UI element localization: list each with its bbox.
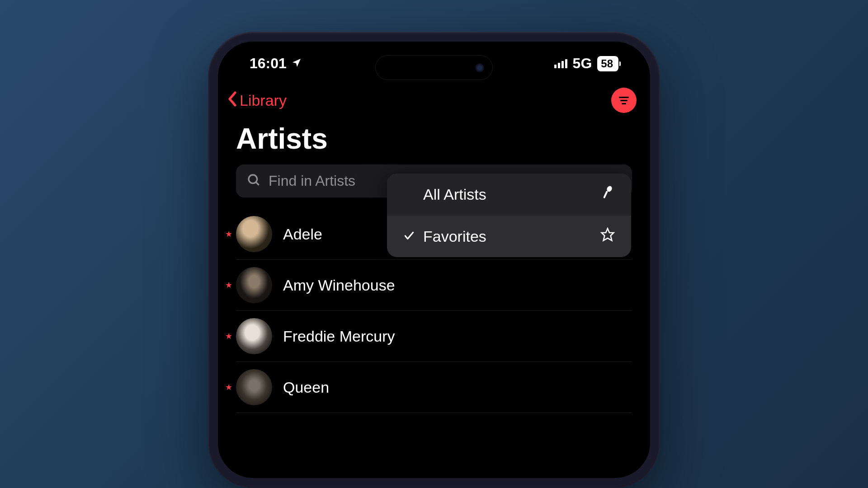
- favorite-star-icon: ★: [225, 331, 232, 341]
- battery-level: 58: [601, 57, 613, 70]
- svg-point-0: [249, 175, 257, 183]
- dropdown-item-all-artists[interactable]: All Artists: [387, 174, 631, 216]
- phone-screen: 16:01 5G 58: [218, 42, 650, 478]
- favorite-star-icon: ★: [225, 229, 232, 239]
- favorite-star-icon: ★: [225, 280, 232, 290]
- artist-row[interactable]: ★ Queen: [236, 362, 632, 413]
- check-icon: [403, 228, 415, 245]
- svg-marker-4: [602, 229, 614, 241]
- phone-frame: 16:01 5G 58: [208, 32, 660, 488]
- back-label: Library: [240, 92, 287, 109]
- artist-name: Freddie Mercury: [283, 328, 395, 345]
- dropdown-label: Favorites: [423, 228, 592, 245]
- avatar: [236, 216, 272, 252]
- signal-icon: [554, 59, 567, 68]
- filter-dropdown: All Artists Favorites: [387, 174, 631, 257]
- battery-icon: 58: [597, 56, 618, 71]
- artist-row[interactable]: ★ Freddie Mercury: [236, 311, 632, 362]
- search-icon: [247, 173, 261, 189]
- front-camera-icon: [475, 63, 484, 72]
- dropdown-label: All Artists: [423, 186, 592, 203]
- page-title: Artists: [218, 122, 650, 164]
- network-label: 5G: [573, 55, 592, 72]
- artist-name: Amy Winehouse: [283, 277, 395, 294]
- dropdown-item-favorites[interactable]: Favorites: [387, 216, 631, 257]
- avatar: [236, 318, 272, 354]
- status-time: 16:01: [250, 55, 287, 72]
- filter-button[interactable]: [611, 88, 637, 113]
- svg-line-1: [256, 182, 259, 185]
- svg-rect-3: [603, 191, 608, 198]
- mic-icon: [600, 185, 615, 203]
- avatar: [236, 267, 272, 303]
- nav-bar: Library: [218, 81, 650, 122]
- back-button[interactable]: Library: [227, 91, 287, 110]
- star-icon: [600, 227, 615, 245]
- avatar: [236, 369, 272, 405]
- artist-name: Adele: [283, 225, 322, 243]
- dynamic-island: [375, 55, 493, 80]
- chevron-left-icon: [227, 91, 237, 110]
- location-icon: [291, 55, 302, 72]
- search-placeholder: Find in Artists: [269, 173, 355, 189]
- artist-row[interactable]: ★ Amy Winehouse: [236, 260, 632, 311]
- favorite-star-icon: ★: [225, 382, 232, 392]
- artist-name: Queen: [283, 379, 329, 396]
